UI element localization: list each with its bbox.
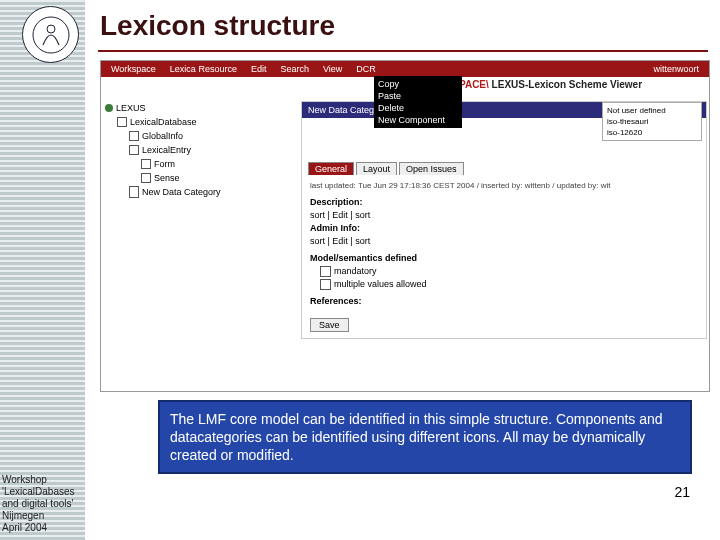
svg-point-1 (47, 25, 55, 33)
tab-open-issues[interactable]: Open Issues (399, 162, 464, 175)
menu-view[interactable]: View (323, 64, 342, 74)
page-number: 21 (674, 484, 690, 500)
component-icon (141, 159, 151, 169)
admin-info-label: Admin Info: (310, 223, 360, 233)
mandatory-label: mandatory (334, 266, 377, 276)
tree-item-globalinfo[interactable]: GlobalInfo (105, 129, 295, 143)
meta-line1: Not user defined (607, 105, 697, 116)
menu-search[interactable]: Search (280, 64, 309, 74)
meta-line2: iso-thesauri (607, 116, 697, 127)
checkbox-mandatory[interactable] (320, 266, 331, 277)
tab-general[interactable]: General (308, 162, 354, 175)
datacategory-icon (129, 186, 139, 198)
component-icon (117, 117, 127, 127)
ctx-paste[interactable]: Paste (378, 90, 458, 102)
tree-item-lexicaldatabase[interactable]: LexicalDatabase (105, 115, 295, 129)
footer: Workshop 'LexicalDabases and digital too… (2, 474, 75, 534)
slide-title: Lexicon structure (100, 10, 335, 42)
menubar: Workspace Lexica Resource Edit Search Vi… (101, 61, 709, 77)
tabs: General Layout Open Issues (302, 158, 706, 175)
tree-item-sense[interactable]: Sense (105, 171, 295, 185)
tree-root[interactable]: LEXUS (105, 101, 295, 115)
description-label: Description: (310, 197, 363, 207)
fields: last updated: Tue Jun 29 17:18:36 CEST 2… (302, 175, 706, 312)
meta-line3: iso-12620 (607, 127, 697, 138)
multiple-values-label: multiple values allowed (334, 279, 427, 289)
component-icon (141, 173, 151, 183)
description-actions[interactable]: sort | Edit | sort (310, 209, 698, 222)
tree-item-new-data-category[interactable]: New Data Category (105, 185, 295, 199)
references-label: References: (310, 296, 362, 306)
app-window: Workspace Lexica Resource Edit Search Vi… (100, 60, 710, 392)
checkbox-multiple-values[interactable] (320, 279, 331, 290)
window-title: PACE\ LEXUS-Lexicon Scheme Viewer (459, 79, 642, 90)
meta-box: Not user defined iso-thesauri iso-12620 (602, 102, 702, 141)
tree-item-lexicalentry[interactable]: LexicalEntry (105, 143, 295, 157)
logo (22, 6, 79, 63)
caption-box: The LMF core model can be identified in … (158, 400, 692, 474)
sidebar-pattern (0, 0, 85, 540)
menu-lexica-resource[interactable]: Lexica Resource (170, 64, 237, 74)
tab-layout[interactable]: Layout (356, 162, 397, 175)
component-icon (129, 145, 139, 155)
context-menu: Copy Paste Delete New Component (374, 76, 462, 128)
folder-icon (105, 104, 113, 112)
ctx-delete[interactable]: Delete (378, 102, 458, 114)
component-icon (129, 131, 139, 141)
menu-dcr[interactable]: DCR (356, 64, 376, 74)
user-label: wittenwoort (653, 64, 699, 74)
title-underline (98, 50, 708, 52)
ctx-copy[interactable]: Copy (378, 78, 458, 90)
tree-item-form[interactable]: Form (105, 157, 295, 171)
tree-view: LEXUS LexicalDatabase GlobalInfo Lexical… (105, 101, 295, 199)
ctx-new-component[interactable]: New Component (378, 114, 458, 126)
admin-actions[interactable]: sort | Edit | sort (310, 235, 698, 248)
menu-workspace[interactable]: Workspace (111, 64, 156, 74)
model-label: Model/semantics defined (310, 253, 417, 263)
detail-panel: New Data Category Not user defined iso-t… (301, 101, 707, 339)
last-updated: last updated: Tue Jun 29 17:18:36 CEST 2… (310, 179, 698, 196)
menu-edit[interactable]: Edit (251, 64, 267, 74)
save-button[interactable]: Save (310, 318, 349, 332)
